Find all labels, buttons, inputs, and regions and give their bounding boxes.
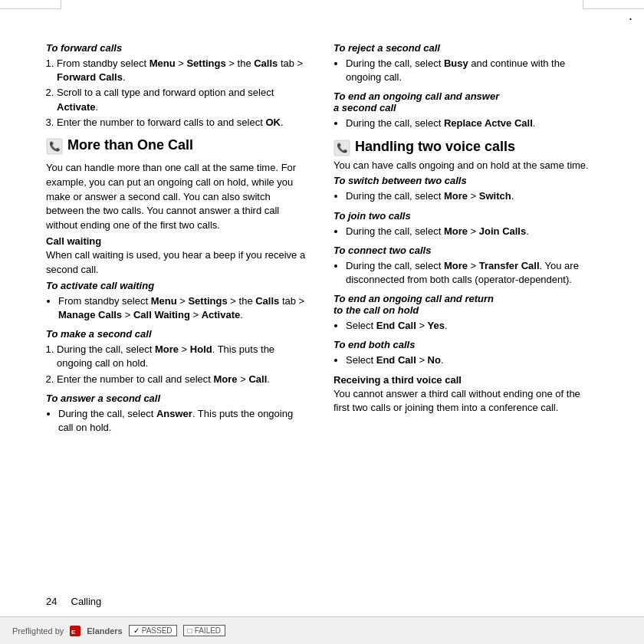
reject-second-call-list: During the call, select Busy and continu… bbox=[334, 57, 598, 84]
more-than-one-heading: 📞 More than One Call bbox=[46, 137, 310, 155]
phone-two-icon: 📞 bbox=[334, 140, 350, 156]
end-both-calls-item-1: Select End Call > No. bbox=[346, 353, 598, 367]
page-container: . To forward calls From standby select M… bbox=[0, 0, 644, 644]
call-waiting-section: Call waiting When call waiting is used, … bbox=[46, 235, 310, 278]
join-two-calls-title: To join two calls bbox=[334, 210, 598, 222]
phone-multiple-icon: 📞 bbox=[46, 138, 63, 155]
join-two-calls-section: To join two calls During the call, selec… bbox=[334, 210, 598, 238]
corner-mark-right bbox=[583, 0, 644, 9]
make-second-call-section: To make a second call During the call, s… bbox=[46, 328, 310, 386]
connect-two-calls-title: To connect two calls bbox=[334, 245, 598, 256]
answer-second-call-section: To answer a second call During the call,… bbox=[46, 393, 310, 435]
checkmark-icon: ✓ bbox=[133, 626, 140, 635]
end-ongoing-return-hold-section: To end an ongoing call and returnto the … bbox=[334, 293, 598, 333]
svg-text:E: E bbox=[71, 629, 76, 636]
elanders-logo-icon: E bbox=[70, 626, 80, 636]
main-content: To forward calls From standby select Men… bbox=[0, 0, 644, 456]
switch-two-calls-item-1: During the call, select More > Switch. bbox=[346, 189, 598, 203]
footer-bar: Preflighted by E Elanders ✓ PASSED □ FAI… bbox=[0, 616, 644, 644]
forward-calls-step-2: Scroll to a call type and forward option… bbox=[57, 86, 310, 113]
passed-label: PASSED bbox=[142, 626, 172, 635]
reject-second-call-item-1: During the call, select Busy and continu… bbox=[346, 57, 598, 84]
passed-box: ✓ PASSED bbox=[129, 625, 177, 636]
handling-two-voice-body: You can have calls ongoing and on hold a… bbox=[334, 159, 598, 173]
forward-calls-title: To forward calls bbox=[46, 42, 310, 54]
answer-second-call-title: To answer a second call bbox=[46, 393, 310, 404]
call-waiting-title: Call waiting bbox=[46, 235, 310, 247]
receiving-third-voice-title: Receiving a third voice call bbox=[334, 374, 598, 386]
brand-name: Elanders bbox=[87, 626, 122, 636]
end-both-calls-list: Select End Call > No. bbox=[334, 353, 598, 367]
more-than-one-title: More than One Call bbox=[67, 137, 193, 154]
end-both-calls-section: To end both calls Select End Call > No. bbox=[334, 339, 598, 367]
make-second-call-step-1: During the call, select More > Hold. Thi… bbox=[57, 343, 310, 370]
make-second-call-title: To make a second call bbox=[46, 328, 310, 340]
join-two-calls-list: During the call, select More > Join Call… bbox=[334, 225, 598, 238]
connect-two-calls-section: To connect two calls During the call, se… bbox=[334, 245, 598, 287]
corner-mark-left bbox=[0, 0, 61, 9]
page-subject: Calling bbox=[71, 596, 102, 607]
activate-call-waiting-title: To activate call waiting bbox=[46, 280, 310, 291]
make-second-call-list: During the call, select More > Hold. Thi… bbox=[46, 343, 310, 386]
end-ongoing-return-hold-item-1: Select End Call > Yes. bbox=[346, 319, 598, 333]
connect-two-calls-list: During the call, select More > Transfer … bbox=[334, 259, 598, 287]
svg-text:📞: 📞 bbox=[49, 140, 61, 152]
failed-label: FAILED bbox=[195, 626, 221, 635]
right-column: To reject a second call During the call,… bbox=[334, 42, 598, 441]
end-ongoing-return-hold-list: Select End Call > Yes. bbox=[334, 319, 598, 333]
activate-call-waiting-item-1: From standby select Menu > Settings > th… bbox=[58, 294, 310, 322]
activate-call-waiting-list: From standby select Menu > Settings > th… bbox=[46, 294, 310, 322]
call-waiting-body: When call waiting is used, you hear a be… bbox=[46, 248, 310, 278]
left-column: To forward calls From standby select Men… bbox=[46, 42, 310, 441]
handling-two-voice-heading: 📞 Handling two voice calls bbox=[334, 139, 598, 156]
corner-dot: . bbox=[629, 8, 632, 24]
answer-second-call-item-1: During the call, select Answer. This put… bbox=[58, 407, 310, 435]
end-ongoing-answer-second-section: To end an ongoing call and answera secon… bbox=[334, 90, 598, 130]
receiving-third-voice-section: Receiving a third voice call You cannot … bbox=[334, 374, 598, 416]
page-number-area: 24 Calling bbox=[46, 596, 101, 607]
make-second-call-step-2: Enter the number to call and select More… bbox=[57, 373, 310, 386]
end-ongoing-return-hold-title: To end an ongoing call and returnto the … bbox=[334, 293, 598, 316]
reject-second-call-section: To reject a second call During the call,… bbox=[334, 42, 598, 84]
forward-calls-section: To forward calls From standby select Men… bbox=[46, 42, 310, 130]
switch-two-calls-list: During the call, select More > Switch. bbox=[334, 189, 598, 203]
preflighted-label: Preflighted by bbox=[12, 626, 64, 636]
square-icon: □ bbox=[188, 626, 192, 635]
join-two-calls-item-1: During the call, select More > Join Call… bbox=[346, 225, 598, 238]
end-ongoing-answer-second-list: During the call, select Replace Actve Ca… bbox=[334, 117, 598, 130]
svg-text:📞: 📞 bbox=[337, 142, 348, 153]
handling-two-voice-title: Handling two voice calls bbox=[355, 139, 515, 156]
switch-two-calls-section: To switch between two calls During the c… bbox=[334, 175, 598, 203]
forward-calls-list: From standby select Menu > Settings > th… bbox=[46, 57, 310, 130]
end-both-calls-title: To end both calls bbox=[334, 339, 598, 350]
failed-box: □ FAILED bbox=[183, 625, 226, 636]
answer-second-call-list: During the call, select Answer. This put… bbox=[46, 407, 310, 435]
connect-two-calls-item-1: During the call, select More > Transfer … bbox=[346, 259, 598, 287]
end-ongoing-answer-second-title: To end an ongoing call and answera secon… bbox=[334, 90, 598, 113]
forward-calls-step-3: Enter the number to forward calls to and… bbox=[57, 116, 310, 130]
end-ongoing-answer-second-item-1: During the call, select Replace Actve Ca… bbox=[346, 117, 598, 130]
forward-calls-step-1: From standby select Menu > Settings > th… bbox=[57, 57, 310, 84]
page-number: 24 bbox=[46, 596, 57, 607]
activate-call-waiting-section: To activate call waiting From standby se… bbox=[46, 280, 310, 322]
more-than-one-body: You can handle more than one call at the… bbox=[46, 161, 310, 233]
switch-two-calls-title: To switch between two calls bbox=[334, 175, 598, 186]
reject-second-call-title: To reject a second call bbox=[334, 42, 598, 54]
receiving-third-voice-body: You cannot answer a third call without e… bbox=[334, 387, 598, 416]
